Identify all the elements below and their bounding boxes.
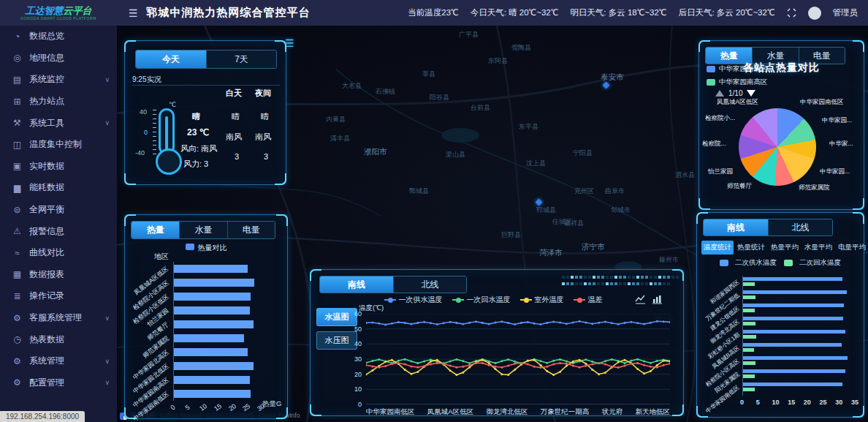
sidebar-item-heat-meter-data[interactable]: ◷热表数据: [0, 328, 117, 350]
page-down-icon[interactable]: [747, 90, 755, 97]
supply-temp-bar[interactable]: [743, 290, 847, 294]
return-temp-bar[interactable]: [743, 309, 755, 312]
sidebar-item-geo-info[interactable]: ◎地理信息: [0, 48, 117, 69]
supply-temp-bar[interactable]: [743, 356, 848, 360]
tab-north-line[interactable]: 北线: [768, 219, 832, 236]
sidebar-item-realtime-data[interactable]: ▣实时数据: [0, 156, 117, 178]
sidebar-item-config-mgmt[interactable]: ⚙配置管理∨: [0, 372, 117, 394]
toolbox-line-chart-icon[interactable]: [635, 295, 646, 304]
supply-temp-bar[interactable]: [743, 383, 842, 386]
legend-item[interactable]: 一次回水温度: [452, 295, 511, 305]
return-temp-bar[interactable]: [743, 295, 755, 299]
legend-item[interactable]: 二次回水温度: [784, 258, 841, 268]
sidebar-item-energy-data[interactable]: ▆能耗数据: [0, 177, 117, 199]
tab-today[interactable]: 今天: [136, 50, 206, 68]
bar[interactable]: [174, 320, 254, 328]
map-marker-icon[interactable]: [536, 199, 543, 206]
sidebar-item-network-balance[interactable]: ⊜全网平衡: [0, 199, 117, 221]
tab-south-line[interactable]: 南线: [704, 219, 768, 236]
tab-heat[interactable]: 热量: [132, 222, 179, 238]
subtab-temp-stats[interactable]: 温度统计: [701, 241, 734, 255]
grouped-bar-row: 检察院小区高区: [743, 355, 853, 368]
supply-temp-bar[interactable]: [743, 369, 845, 373]
realtime-icon: ▣: [12, 161, 23, 171]
tab-water[interactable]: 水量: [179, 222, 226, 238]
return-temp-bar[interactable]: [743, 335, 756, 339]
axis-tick-label: 25: [820, 399, 827, 406]
night-power: 3: [264, 152, 268, 161]
return-temp-bar[interactable]: [743, 374, 755, 378]
bar[interactable]: [174, 306, 250, 314]
supply-temp-bar[interactable]: [743, 304, 844, 307]
tab-north-line[interactable]: 北线: [393, 276, 466, 293]
return-temp-bar[interactable]: [743, 322, 755, 325]
return-temp-bar[interactable]: [743, 388, 755, 391]
return-temp-bar[interactable]: [743, 348, 754, 352]
page-up-icon[interactable]: [715, 90, 724, 97]
fullscreen-icon[interactable]: [787, 8, 796, 18]
sidebar-item-curve-compare[interactable]: ≈曲线对比: [0, 242, 117, 264]
map-place-label: 大名县: [342, 81, 362, 91]
datazoom-grid[interactable]: [562, 276, 679, 287]
line-chart-plot[interactable]: [366, 314, 670, 404]
legend-item[interactable]: 一次供水温度: [384, 295, 443, 305]
bar[interactable]: [174, 293, 251, 301]
energy-icon: ▆: [12, 183, 23, 193]
bar[interactable]: [174, 334, 244, 342]
tab-south-line[interactable]: 南线: [320, 276, 393, 293]
sidebar-item-label: 配置管理: [29, 377, 64, 389]
supply-temp-bar[interactable]: [743, 277, 842, 281]
sidebar-item-data-overview[interactable]: ◔数据总览: [0, 26, 117, 48]
pie-chart[interactable]: [739, 108, 816, 186]
pie-slice-label: 检察院...: [702, 140, 726, 148]
legend-item[interactable]: 温差: [574, 295, 603, 305]
subtab-heat-stats[interactable]: 热量统计: [735, 241, 767, 255]
bar[interactable]: [174, 362, 254, 370]
legend-item[interactable]: 室外温度: [520, 295, 564, 305]
bar[interactable]: [174, 376, 250, 384]
bar[interactable]: [174, 348, 248, 356]
map-place-label: 邹城市: [611, 206, 631, 215]
supply-temp-bar[interactable]: [743, 343, 842, 347]
legend-label: 室外温度: [535, 295, 564, 305]
bar[interactable]: [174, 279, 254, 287]
sidebar-item-system-tools[interactable]: ⚒系统工具∨: [0, 112, 117, 134]
pie-legend-item[interactable]: 中华家园南高区: [707, 78, 768, 87]
supply-temp-bar[interactable]: [743, 330, 845, 334]
subtab-power-avg[interactable]: 电量平均: [836, 241, 868, 255]
subtab-water-avg[interactable]: 水量平均: [802, 241, 834, 255]
grouped-bar-row: 建龙公馆低区: [743, 302, 853, 315]
supply-temp-bar[interactable]: [743, 317, 843, 320]
pie-slice-label: 检察院小...: [705, 114, 735, 123]
sidebar-item-service-system-mgmt[interactable]: ⚙客服系统管理∨: [0, 307, 117, 329]
avatar[interactable]: [808, 7, 821, 20]
sidebar-item-system-monitor[interactable]: ▤系统监控∨: [0, 69, 117, 91]
menu-fold-icon[interactable]: ☰: [129, 7, 138, 19]
line-legend: 一次供水温度一次回水温度室外温度温差: [362, 295, 625, 305]
legend-item[interactable]: 二次供水温度: [720, 258, 777, 268]
sidebar-item-temp-central-control[interactable]: ◫温度集中控制: [0, 134, 117, 156]
sidebar-item-data-report[interactable]: ▦数据报表: [0, 264, 117, 286]
thermo-tick-40: 40: [140, 108, 147, 116]
sidebar-item-label: 全网平衡: [29, 203, 64, 216]
legend-swatch: [707, 79, 715, 86]
bar-legend[interactable]: 热量对比: [125, 243, 287, 253]
return-temp-bar[interactable]: [743, 282, 755, 286]
sidebar-item-operation-log[interactable]: ≣操作记录: [0, 285, 117, 307]
sidebar-item-label: 地理信息: [29, 52, 64, 64]
bar[interactable]: [174, 390, 251, 398]
map-place-label: 巨野县: [501, 230, 521, 240]
map-marker-icon[interactable]: [603, 82, 610, 89]
tomorrow-weather-text: 明日天气: 多云 18℃~32℃: [570, 7, 666, 18]
sidebar-item-system-mgmt[interactable]: ⚙系统管理∨: [0, 350, 117, 372]
sidebar-item-heat-stations[interactable]: ⊞热力站点: [0, 91, 117, 113]
legend-label: 中华家园南高区: [719, 78, 768, 87]
subtab-heat-avg[interactable]: 热量平均: [769, 241, 801, 255]
map-place-label: 梁山县: [446, 150, 465, 159]
tab-power[interactable]: 电量: [227, 222, 275, 238]
sidebar-item-alarm-info[interactable]: ⚠报警信息: [0, 220, 117, 242]
bar[interactable]: [174, 265, 248, 273]
tab-7days[interactable]: 7天: [206, 50, 276, 68]
return-temp-bar[interactable]: [743, 361, 755, 365]
toolbox-bar-chart-icon[interactable]: [652, 295, 663, 304]
